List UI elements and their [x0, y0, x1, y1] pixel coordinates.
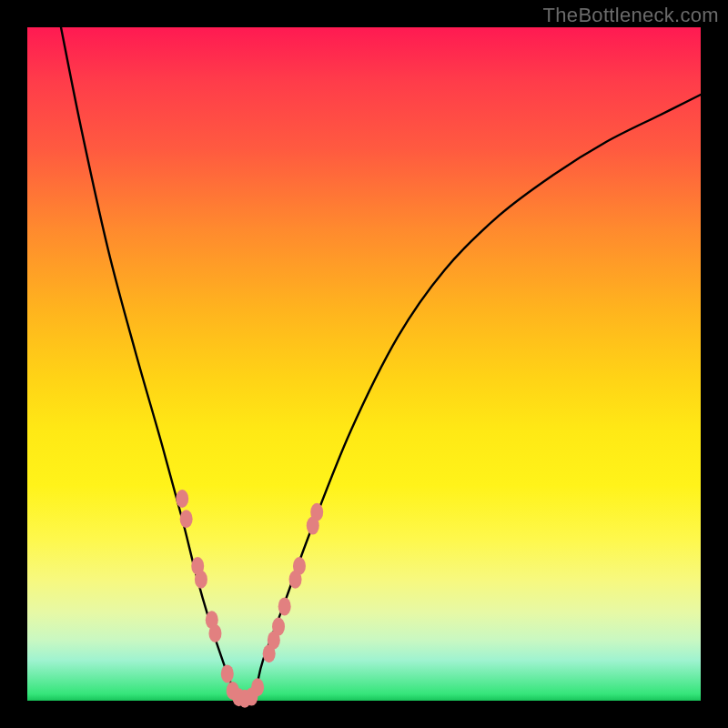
marker-point	[251, 678, 264, 696]
marker-point	[208, 624, 221, 642]
marker-point	[278, 597, 291, 615]
marker-point	[272, 618, 285, 636]
marker-point	[310, 503, 323, 521]
marker-point	[221, 664, 234, 682]
marker-point	[176, 490, 188, 508]
bottleneck-curve	[61, 27, 701, 703]
marker-point	[195, 571, 207, 589]
highlighted-points	[176, 490, 323, 708]
marker-point	[180, 510, 193, 528]
chart-frame: TheBottleneck.com	[0, 0, 728, 728]
curve-layer	[27, 27, 701, 701]
marker-point	[293, 557, 306, 575]
watermark-text: TheBottleneck.com	[543, 4, 719, 27]
plot-outer	[27, 27, 701, 701]
